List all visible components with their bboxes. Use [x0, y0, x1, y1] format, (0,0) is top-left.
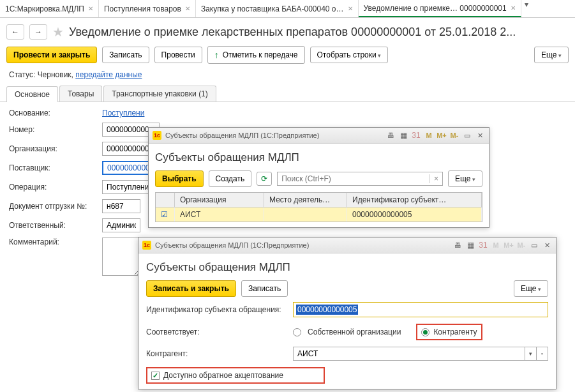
search-box[interactable]: ×	[277, 172, 443, 186]
modal2-titlebar: 1c Субъекты обращения МДЛП (1С:Предприят…	[138, 237, 556, 253]
refresh-icon-button[interactable]: ⟳	[257, 172, 272, 186]
tabs-overflow[interactable]: ▾	[521, 0, 532, 17]
shipdoc-label: Документ отгрузки №:	[9, 202, 98, 211]
contragent-input[interactable]	[293, 347, 525, 361]
calendar-icon[interactable]: 31	[411, 130, 421, 140]
modal1-wintitle: Субъекты обращения МДЛП (1С:Предприятие)	[165, 132, 382, 139]
col-org[interactable]: Организация	[175, 193, 264, 207]
header: ← → ★ Уведомление о приемке лекарственны…	[0, 18, 575, 46]
tab-marking[interactable]: 1С:Маркировка.МДЛП ✕	[0, 0, 99, 17]
button-label: Отметить к передаче	[223, 50, 298, 59]
m-plus-icon[interactable]: M+	[437, 130, 447, 140]
modal2-wintitle: Субъекты обращения МДЛП (1С:Предприятие)	[155, 241, 449, 249]
tab-notification[interactable]: Уведомление о приемке… 00000000001 ✕	[359, 0, 521, 17]
tab-label: 1С:Маркировка.МДЛП	[5, 4, 84, 13]
number-label: Номер:	[9, 125, 98, 134]
radio-own[interactable]	[293, 328, 301, 336]
m-icon[interactable]: M	[491, 240, 501, 250]
opt-own-label: Собственной организации	[308, 328, 401, 336]
close-icon[interactable]: ✕	[185, 5, 190, 12]
star-icon[interactable]: ★	[52, 24, 64, 40]
m-plus-icon[interactable]: M+	[504, 240, 514, 250]
reverse-accept-label: Доступно обратное акцептование	[163, 371, 283, 380]
tab-purchase[interactable]: Закупка у поставщика БАБА-000040 о… ✕	[196, 0, 359, 17]
m-minus-icon[interactable]: M-	[449, 130, 459, 140]
dropdown-icon[interactable]: ▾	[525, 347, 537, 361]
app-logo-icon: 1c	[142, 241, 151, 250]
status-value: Черновик,	[38, 70, 73, 79]
reverse-accept-checkbox[interactable]: ✓	[151, 372, 160, 380]
tab-main[interactable]: Основное	[6, 86, 58, 102]
m-minus-icon[interactable]: M-	[516, 240, 526, 250]
search-input[interactable]	[278, 174, 429, 183]
match-label: Соответствует:	[146, 328, 287, 336]
more-button[interactable]: Еще	[534, 47, 569, 63]
post-button[interactable]: Провести	[154, 47, 202, 63]
cell-org: АИСТ	[175, 207, 264, 222]
resp-label: Ответственный:	[9, 221, 98, 230]
basis-link[interactable]: Поступлени	[102, 109, 144, 117]
nav-back-button[interactable]: ←	[6, 24, 24, 40]
refresh-icon: ⟳	[261, 174, 267, 183]
contragent-radio-highlight: Контрагенту	[416, 324, 482, 340]
col-id[interactable]: Идентификатор субъект…	[347, 193, 482, 207]
app-logo-icon: 1c	[153, 131, 161, 140]
table-row[interactable]: ☑ АИСТ 00000000000005	[156, 207, 482, 222]
tab-label: Уведомление о приемке… 00000000001	[364, 4, 507, 13]
comment-input[interactable]	[102, 237, 140, 276]
basis-label: Основание:	[9, 109, 98, 117]
create-button[interactable]: Создать	[209, 170, 252, 187]
more-button[interactable]: Еще	[514, 280, 548, 297]
mark-send-button[interactable]: ↑ Отметить к передаче	[207, 46, 305, 64]
close-icon[interactable]: ✕	[88, 5, 93, 12]
minimize-icon[interactable]: ▭	[462, 130, 472, 140]
resp-input[interactable]	[102, 218, 140, 232]
app-tabs: 1С:Маркировка.МДЛП ✕ Поступления товаров…	[0, 0, 575, 18]
open-ref-icon[interactable]: ▫	[537, 347, 548, 361]
modal2-title: Субъекты обращения МДЛП	[146, 261, 548, 274]
modal1-title: Субъекты обращения МДЛП	[155, 151, 482, 164]
main-toolbar: Провести и закрыть Записать Провести ↑ О…	[0, 46, 575, 70]
calc-icon[interactable]: ▦	[465, 240, 475, 250]
close-icon[interactable]: ✕	[475, 130, 485, 140]
clear-icon[interactable]: ×	[429, 174, 442, 183]
calendar-icon[interactable]: 31	[478, 240, 488, 250]
id-field[interactable]: 00000000000005	[293, 302, 548, 317]
tab-packs[interactable]: Транспортные упаковки (1)	[103, 86, 216, 102]
col-place[interactable]: Место деятель…	[264, 193, 347, 207]
print-icon[interactable]: 🖶	[452, 240, 463, 250]
contr-label: Контрагент:	[146, 349, 287, 358]
print-icon[interactable]: 🖶	[385, 130, 396, 140]
select-button[interactable]: Выбрать	[155, 170, 204, 187]
op-label: Операция:	[9, 183, 98, 192]
modal-subject-edit: 1c Субъекты обращения МДЛП (1С:Предприят…	[138, 237, 556, 389]
minimize-icon[interactable]: ▭	[529, 240, 539, 250]
modal-subjects-list: 1c Субъекты обращения МДЛП (1С:Предприят…	[148, 127, 489, 228]
calc-icon[interactable]: ▦	[398, 130, 408, 140]
post-and-close-button[interactable]: Провести и закрыть	[6, 47, 97, 63]
close-icon[interactable]: ✕	[542, 240, 552, 250]
close-icon[interactable]: ✕	[511, 4, 516, 11]
status-line: Статус: Черновик, передайте данные	[0, 70, 575, 86]
tab-goods[interactable]: Товары	[59, 86, 102, 102]
radio-contragent[interactable]	[421, 328, 429, 336]
save-close-button[interactable]: Записать и закрыть	[146, 280, 236, 297]
form-tabs: Основное Товары Транспортные упаковки (1…	[0, 86, 575, 102]
save-button[interactable]: Записать	[102, 47, 149, 63]
pick-rows-button[interactable]: Отобрать строки	[310, 47, 389, 63]
shipdoc-input[interactable]	[102, 199, 140, 213]
nav-fwd-button[interactable]: →	[29, 24, 47, 40]
col-marker[interactable]	[156, 193, 175, 207]
close-icon[interactable]: ✕	[348, 5, 353, 12]
save-button[interactable]: Записать	[241, 280, 288, 297]
cell-id: 00000000000005	[347, 207, 482, 222]
tab-receipts[interactable]: Поступления товаров ✕	[99, 0, 196, 17]
supplier-label: Поставщик:	[9, 163, 98, 172]
cell-place	[264, 207, 347, 222]
more-button[interactable]: Еще	[448, 170, 482, 187]
status-link[interactable]: передайте данные	[75, 70, 142, 79]
m-icon[interactable]: M	[424, 130, 434, 140]
org-label: Организация:	[9, 144, 98, 153]
comment-label: Комментарий:	[9, 237, 98, 246]
id-value: 00000000000005	[296, 305, 358, 315]
